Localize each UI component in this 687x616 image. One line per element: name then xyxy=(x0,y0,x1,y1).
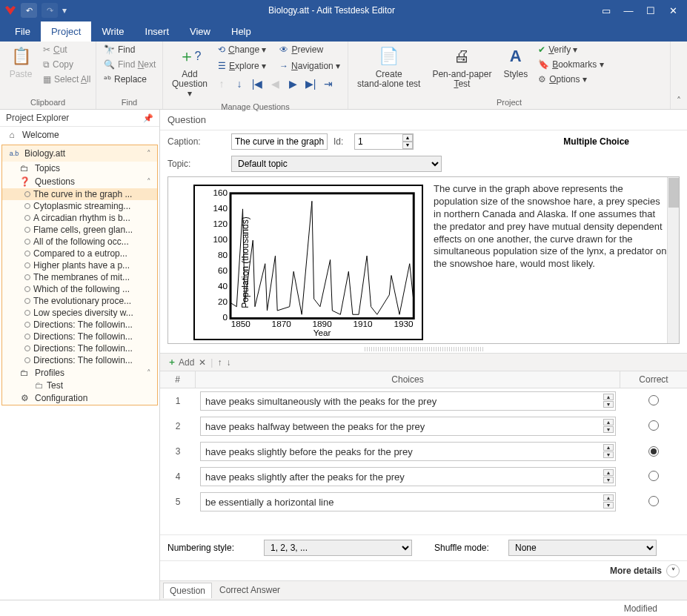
more-details-button[interactable]: More details˅ xyxy=(610,564,680,577)
navigation-button[interactable]: →Navigation ▾ xyxy=(276,59,343,73)
nav-last-icon[interactable]: ▶| xyxy=(304,77,317,90)
spin-down[interactable]: ▼ xyxy=(603,502,614,509)
collapse-icon[interactable]: ˄ xyxy=(147,177,151,187)
minimize-button[interactable]: — xyxy=(619,2,638,19)
add-question-button[interactable]: ＋? AddQuestion ▾ xyxy=(167,43,212,101)
correct-radio[interactable] xyxy=(648,471,659,481)
tree-question-item[interactable]: Directions: The followin... xyxy=(2,319,157,331)
choice-input[interactable]: have peaks simultaneously with the peaks… xyxy=(200,391,616,411)
pen-paper-test-button[interactable]: 🖨 Pen-and-paperTest xyxy=(428,43,496,90)
spin-up[interactable]: ▲ xyxy=(603,394,614,400)
tree-question-item[interactable]: Low species diversity w... xyxy=(2,307,157,319)
numbering-select[interactable]: 1, 2, 3, ... xyxy=(264,540,412,556)
id-spin-up[interactable]: ▲ xyxy=(402,134,413,142)
tree-question-item[interactable]: A circadian rhythm is b... xyxy=(2,212,157,224)
tab-help[interactable]: Help xyxy=(221,21,262,42)
spin-down[interactable]: ▼ xyxy=(603,451,614,458)
tab-write[interactable]: Write xyxy=(91,21,134,42)
tree-question-item[interactable]: Higher plants have a p... xyxy=(2,259,157,271)
tree-question-item[interactable]: Directions: The followin... xyxy=(2,331,157,342)
spin-up[interactable]: ▲ xyxy=(603,469,614,476)
standalone-test-button[interactable]: 📄 Createstand-alone test xyxy=(353,43,425,90)
preview-scrollbar[interactable] xyxy=(667,177,679,343)
tab-project[interactable]: Project xyxy=(41,21,91,42)
nav-prev-icon[interactable]: ◀ xyxy=(268,77,282,90)
correct-radio[interactable] xyxy=(648,420,659,431)
nav-next-icon[interactable]: ▶ xyxy=(286,77,299,90)
qat-dropdown[interactable]: ▾ xyxy=(62,5,67,16)
choice-input[interactable]: have peaks slightly after the peaks for … xyxy=(200,467,616,486)
bottom-tab-correct[interactable]: Correct Answer xyxy=(213,583,286,598)
collapse-icon[interactable]: ˄ xyxy=(147,149,151,159)
nav-down-icon[interactable]: ↓ xyxy=(233,77,246,90)
tab-view[interactable]: View xyxy=(179,21,221,42)
correct-radio[interactable] xyxy=(648,446,659,457)
correct-radio[interactable] xyxy=(648,395,659,405)
questions-node[interactable]: ❓Questions˄ xyxy=(2,175,157,188)
pin-icon[interactable]: 📌 xyxy=(143,113,153,123)
tree-question-item[interactable]: The membranes of mit... xyxy=(2,271,157,283)
bookmarks-button[interactable]: 🔖Bookmarks ▾ xyxy=(535,58,606,71)
configuration-node[interactable]: ⚙Configuration xyxy=(2,391,157,405)
profiles-node[interactable]: 🗀Profiles˄ xyxy=(2,366,157,380)
tab-file[interactable]: File xyxy=(4,21,41,42)
copy-button[interactable]: ⧉Copy xyxy=(40,58,93,71)
spin-up[interactable]: ▲ xyxy=(603,444,614,451)
spin-up[interactable]: ▲ xyxy=(603,494,614,501)
delete-choice-button[interactable]: ✕ xyxy=(199,357,206,368)
preview-button[interactable]: 👁Preview xyxy=(276,43,326,56)
caption-input[interactable] xyxy=(231,133,328,150)
verify-button[interactable]: ✔Verify ▾ xyxy=(535,43,606,56)
options-button[interactable]: ⚙Options ▾ xyxy=(535,73,606,86)
splitter[interactable] xyxy=(365,347,483,351)
cut-button[interactable]: ✂Cut xyxy=(40,43,93,56)
choice-input[interactable]: be essentially a horizontal line▲▼ xyxy=(200,492,616,511)
change-button[interactable]: ⟲Change ▾ xyxy=(215,43,269,56)
shuffle-select[interactable]: None xyxy=(508,540,657,556)
correct-radio[interactable] xyxy=(648,496,659,506)
select-all-button[interactable]: ▦Select All xyxy=(40,73,93,86)
close-button[interactable]: ✕ xyxy=(663,2,683,19)
id-spin-down[interactable]: ▼ xyxy=(402,142,413,149)
welcome-item[interactable]: ⌂Welcome xyxy=(0,127,159,143)
ribbon-collapse[interactable]: ˄ xyxy=(671,93,687,109)
topic-select[interactable]: Default topic xyxy=(231,156,442,172)
find-button[interactable]: 🔭Find xyxy=(101,43,159,56)
tree-question-item[interactable]: The evolutionary proce... xyxy=(2,295,157,307)
spin-down[interactable]: ▼ xyxy=(603,401,614,408)
replace-button[interactable]: ᵃᵇReplace xyxy=(101,73,159,86)
choice-input[interactable]: have peaks halfway between the peaks for… xyxy=(200,417,616,436)
collapse-icon[interactable]: ˄ xyxy=(147,368,151,378)
move-up-button[interactable]: ↑ xyxy=(217,357,222,368)
project-file-item[interactable]: a.bBiology.att˄ xyxy=(2,145,157,162)
tree-question-item[interactable]: Cytoplasmic streaming... xyxy=(2,200,157,212)
topics-node[interactable]: 🗀Topics xyxy=(2,162,157,175)
move-down-button[interactable]: ↓ xyxy=(226,357,230,368)
tree-question-item[interactable]: Directions: The followin... xyxy=(2,354,157,366)
tree-question-item[interactable]: Directions: The followin... xyxy=(2,342,157,354)
redo-button[interactable]: ↷ xyxy=(42,3,58,18)
nav-up-icon[interactable]: ↑ xyxy=(215,77,228,90)
maximize-button[interactable]: ☐ xyxy=(641,2,660,19)
spin-up[interactable]: ▲ xyxy=(603,419,614,425)
styles-button[interactable]: A Styles xyxy=(499,43,532,81)
paste-button[interactable]: 📋 Paste xyxy=(4,43,37,81)
tree-question-item[interactable]: Flame cells, green glan... xyxy=(2,224,157,236)
nav-goto-icon[interactable]: ⇥ xyxy=(322,77,335,90)
add-choice-button[interactable]: ＋Add xyxy=(167,356,194,368)
find-next-button[interactable]: 🔍Find Next xyxy=(101,58,159,71)
spin-down[interactable]: ▼ xyxy=(603,477,614,483)
profile-test[interactable]: 🗀Test xyxy=(2,380,157,391)
tree-question-item[interactable]: Compared to a eutrop... xyxy=(2,248,157,259)
tree-question-item[interactable]: All of the following occ... xyxy=(2,236,157,248)
spin-down[interactable]: ▼ xyxy=(603,426,614,433)
explore-button[interactable]: ☰Explore ▾ xyxy=(215,59,269,73)
nav-first-icon[interactable]: |◀ xyxy=(250,77,264,90)
tree-question-item[interactable]: The curve in the graph ... xyxy=(2,188,157,200)
tab-insert[interactable]: Insert xyxy=(135,21,180,42)
choice-input[interactable]: have peaks slightly before the peaks for… xyxy=(200,442,616,461)
tree-question-item[interactable]: Which of the following ... xyxy=(2,283,157,295)
ribbon-options-button[interactable]: ▭ xyxy=(597,2,616,19)
undo-button[interactable]: ↶ xyxy=(21,3,37,18)
bottom-tab-question[interactable]: Question xyxy=(163,583,212,598)
